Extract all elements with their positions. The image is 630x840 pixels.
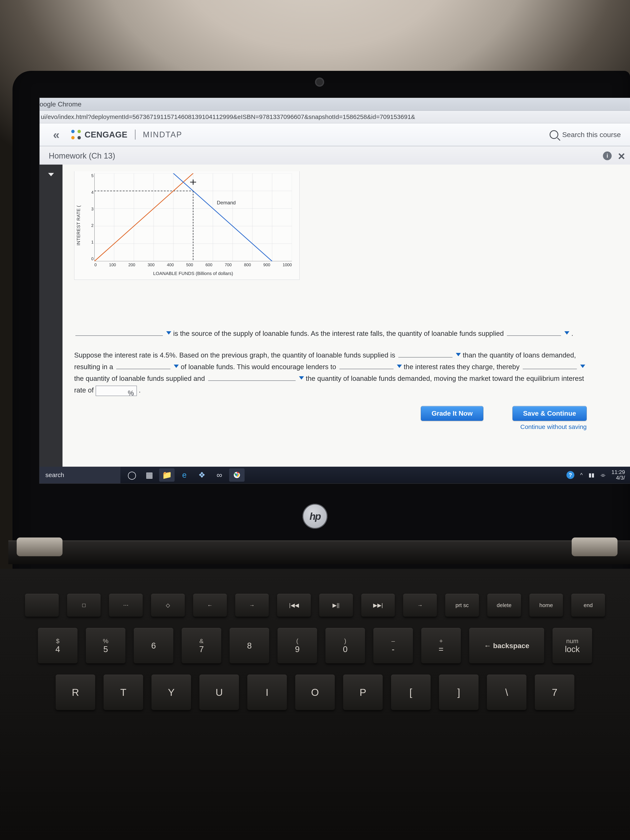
continue-without-saving-link[interactable]: Continue without saving: [513, 423, 587, 430]
chevron-down-icon: [580, 365, 585, 368]
keyboard-key: [: [391, 674, 431, 710]
keyboard-key: home: [529, 594, 563, 617]
task-view-icon[interactable]: ▦: [142, 468, 157, 482]
battery-icon[interactable]: ▮▮: [589, 472, 594, 478]
keyboard: □⋯◇←→|◀◀▶||▶▶|→prt scdeletehomeend $4%56…: [0, 569, 630, 840]
grade-button[interactable]: Grade It Now: [421, 406, 483, 421]
keyboard-key: delete: [487, 594, 521, 617]
keyboard-key: I: [247, 674, 287, 710]
chevron-down-icon: [166, 331, 171, 335]
hp-logo: hp: [303, 504, 327, 529]
keyboard-key: [25, 594, 59, 617]
cortana-icon[interactable]: ◯: [124, 468, 140, 482]
dropdown-blank[interactable]: [505, 328, 569, 336]
chart-yticks: 012345: [88, 173, 93, 261]
search-course-label: Search this course: [562, 131, 621, 139]
action-row: Grade It Now Save & Continue Continue wi…: [74, 406, 587, 430]
save-continue-button[interactable]: Save & Continue: [513, 406, 587, 421]
chevron-down-icon[interactable]: [48, 173, 54, 176]
dropdown-blank[interactable]: [74, 328, 171, 336]
brand-bar: « CENGAGE MINDTAP Search this course: [39, 123, 630, 146]
svg-line-22: [164, 173, 272, 261]
webcam-dot: [315, 77, 324, 87]
edge-icon[interactable]: e: [177, 468, 192, 482]
info-icon[interactable]: i: [603, 152, 612, 160]
file-explorer-icon[interactable]: 📁: [159, 468, 175, 482]
keyboard-key: O: [295, 674, 335, 710]
taskbar-search[interactable]: search: [39, 467, 120, 483]
help-icon[interactable]: ?: [567, 471, 575, 479]
keyboard-key: ⋯: [109, 594, 143, 617]
browser-tab-title[interactable]: oogle Chrome: [39, 100, 82, 108]
keyboard-key: ▶▶|: [361, 594, 395, 617]
chart-xlabel: LOANABLE FUNDS (Billions of dollars): [95, 271, 292, 276]
chart-ylabel: INTEREST RATE (: [76, 205, 81, 245]
keyboard-key: numlock: [553, 628, 592, 663]
dropdown-blank[interactable]: [207, 373, 304, 381]
keyboard-key: (9: [278, 628, 317, 663]
loanable-funds-chart: INTEREST RATE (: [74, 171, 300, 280]
chevron-down-icon: [456, 353, 461, 356]
assignment-body: INTEREST RATE (: [63, 164, 630, 467]
chevron-up-icon[interactable]: ^: [580, 472, 583, 478]
keyboard-key: prt sc: [445, 594, 479, 617]
mindtap-sidebar: [39, 164, 63, 467]
browser-tab-row: oogle Chrome: [39, 98, 630, 111]
keyboard-key: 6: [134, 628, 173, 663]
url-text: ui/evo/index.html?deploymentId=567367191…: [41, 113, 415, 120]
dropdown-blank[interactable]: [397, 350, 461, 357]
cengage-dots-icon: [71, 130, 81, 139]
keyboard-key: →: [403, 594, 437, 617]
keyboard-key: ]: [439, 674, 478, 710]
display: oogle Chrome ui/evo/index.html?deploymen…: [39, 98, 630, 483]
keyboard-key: ← backspace: [469, 628, 544, 663]
laptop-hinge: [8, 540, 630, 564]
chrome-icon[interactable]: [229, 468, 245, 482]
chevron-down-icon: [174, 365, 179, 368]
keyboard-key: →: [235, 594, 269, 617]
infinity-icon[interactable]: ∞: [212, 468, 227, 482]
dropdown-blank[interactable]: [338, 362, 402, 369]
keyboard-key: T: [104, 674, 143, 710]
brand-cengage-text: CENGAGE: [85, 130, 128, 139]
assignment-strip: Homework (Ch 13) i ×: [39, 146, 630, 166]
demand-series-label: Demand: [217, 200, 236, 205]
keyboard-key: $4: [38, 628, 77, 663]
dropbox-icon[interactable]: ❖: [194, 468, 210, 482]
chevron-down-icon: [564, 331, 569, 335]
close-icon[interactable]: ×: [618, 149, 625, 163]
search-icon: [549, 130, 558, 139]
brand-divider: [135, 129, 136, 140]
dropdown-blank[interactable]: [521, 362, 585, 369]
keyboard-key: ◇: [151, 594, 185, 617]
chevron-down-icon: [299, 376, 304, 380]
back-chevron-icon[interactable]: «: [49, 127, 64, 142]
keyboard-key: 7: [535, 674, 575, 710]
keyboard-key: ←: [193, 594, 227, 617]
keyboard-key: |◀◀: [277, 594, 311, 617]
brand-mindtap-text: MINDTAP: [143, 130, 182, 139]
cengage-logo[interactable]: CENGAGE: [71, 130, 128, 139]
keyboard-key: –-: [373, 628, 413, 663]
system-tray[interactable]: ? ^ ▮▮ ⌯ 11:294/3/: [567, 469, 630, 481]
keyboard-key: R: [55, 674, 95, 710]
search-course[interactable]: Search this course: [549, 130, 621, 139]
keyboard-key: 8: [230, 628, 269, 663]
percent-input[interactable]: [96, 385, 137, 396]
dropdown-blank[interactable]: [115, 362, 179, 369]
chevron-down-icon: [397, 365, 402, 368]
address-bar[interactable]: ui/evo/index.html?deploymentId=567367191…: [39, 111, 630, 123]
keyboard-key: □: [67, 594, 101, 617]
keyboard-key: )0: [325, 628, 365, 663]
tray-clock[interactable]: 11:294/3/: [611, 469, 625, 481]
keyboard-key: end: [571, 594, 605, 617]
keyboard-key: U: [199, 674, 239, 710]
keyboard-key: Y: [152, 674, 191, 710]
assignment-title: Homework (Ch 13): [49, 152, 115, 160]
keyboard-key: P: [343, 674, 383, 710]
wifi-icon[interactable]: ⌯: [600, 472, 606, 478]
chart-xticks: 01002003004005006007008009001000: [95, 262, 292, 268]
keyboard-key: %5: [86, 628, 125, 663]
windows-taskbar: search ◯ ▦ 📁 e ❖ ∞ ? ^ ▮▮ ⌯ 11:294/3/: [39, 467, 630, 483]
svg-line-21: [95, 173, 203, 261]
